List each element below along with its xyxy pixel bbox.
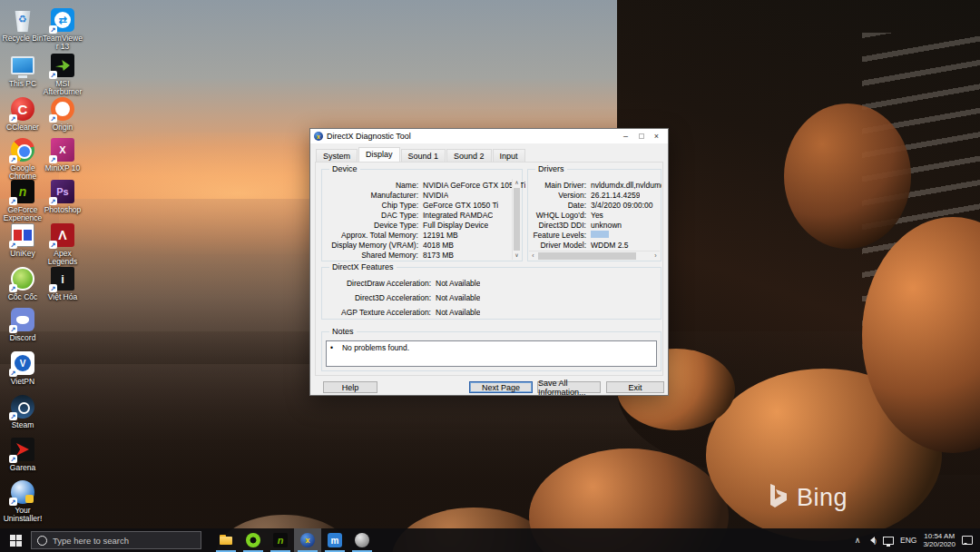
desktop-icon-google-chrome[interactable]: Google Chrome [2, 137, 44, 181]
close-button[interactable]: × [649, 130, 664, 143]
minixp-icon: X [51, 138, 74, 162]
device-row-value: GeForce GTX 1050 Ti [423, 201, 498, 210]
device-vertical-scrollbar[interactable]: ∧∨ [512, 179, 521, 260]
feature-row-label: AGP Texture Acceleration: [324, 308, 431, 317]
desktop-icon-coc-coc[interactable]: Cốc Cốc [2, 266, 44, 301]
device-row-label: Shared Memory: [324, 251, 418, 260]
cortana-search-icon [37, 536, 47, 546]
icon-label: Discord [2, 334, 44, 342]
device-groupbox: Device Name:NVIDIA GeForce GTX 1050 Ti M… [321, 169, 523, 261]
start-button[interactable] [0, 528, 31, 552]
drivers-groupbox: Drivers Main Driver:nvldumdx.dll,nvldumd… [527, 169, 662, 261]
device-row-value: NVIDIA [423, 191, 448, 200]
driver-row-value: Yes [591, 211, 603, 220]
device-row-label: Chip Type: [324, 201, 418, 210]
scroll-right-arrow-icon[interactable]: › [652, 251, 660, 260]
desktop-icon-teamviewer[interactable]: ⇄TeamViewer 13 [42, 7, 83, 51]
scroll-left-arrow-icon[interactable]: ‹ [529, 251, 537, 260]
taskbar-file-explorer[interactable] [212, 528, 240, 552]
network-display-icon[interactable] [883, 537, 894, 545]
tab-input[interactable]: Input [493, 149, 525, 162]
device-row-label: Device Type: [324, 221, 418, 230]
icon-label: MSI Afterburner [42, 80, 83, 96]
desktop-icon-unikey[interactable]: UniKey [2, 222, 44, 258]
chrome-icon [11, 138, 34, 162]
driver-row-value: 26.21.14.4259 [591, 191, 640, 200]
desktop-icon-garena[interactable]: Garena [2, 437, 44, 472]
icon-label: Garena [2, 464, 44, 472]
desktop-icon-vietpn[interactable]: VVietPN [2, 350, 44, 386]
help-button[interactable]: Help [323, 381, 377, 393]
desktop-icon-viet-hoa[interactable]: iViệt Hóa [42, 266, 83, 301]
tab-sound-2[interactable]: Sound 2 [446, 149, 492, 162]
show-hidden-icons-chevron[interactable]: ∧ [855, 536, 861, 545]
driver-row-label: Feature Levels: [530, 231, 586, 240]
tab-display[interactable]: Display [358, 147, 400, 162]
icon-label: Your Uninstaller! [2, 507, 44, 523]
feature-row-label: Direct3D Acceleration: [324, 293, 431, 302]
bing-logo-icon [768, 483, 789, 512]
scrollbar-thumb[interactable] [538, 252, 636, 260]
desktop-icon-your-uninstaller[interactable]: Your Uninstaller! [2, 479, 44, 523]
driver-row-label: Main Driver: [530, 181, 586, 190]
notes-text-area[interactable]: • No problems found. [326, 340, 657, 367]
notes-bullet: • [330, 343, 333, 364]
maximize-button[interactable] [633, 130, 649, 143]
scrollbar-thumb[interactable] [514, 188, 520, 251]
driver-row-label: WHQL Logo'd: [530, 211, 586, 220]
desktop-icon-recycle-bin[interactable]: ♻Recycle Bin [2, 7, 44, 43]
desktop-icon-origin[interactable]: Origin [42, 96, 83, 132]
device-row-label: Approx. Total Memory: [324, 231, 418, 240]
taskbar-blue-m-app[interactable]: m [321, 528, 348, 552]
taskbar-clock[interactable]: 10:54 AM 3/20/2020 [923, 532, 956, 548]
drivers-horizontal-scrollbar[interactable]: ‹› [529, 251, 660, 260]
tray-time: 10:54 AM [923, 532, 956, 540]
desktop-icon-geforce-experience[interactable]: nGeForce Experience [2, 179, 44, 222]
taskbar: n x m ∧ ) ENG 10:54 AM 3/20/2020 [0, 528, 980, 552]
taskbar-medal-app[interactable] [240, 528, 267, 552]
language-indicator[interactable]: ENG [900, 536, 916, 545]
tab-sound-1[interactable]: Sound 1 [401, 149, 446, 162]
drivers-groupbox-title: Drivers [535, 164, 567, 173]
viet-hoa-icon: i [51, 267, 74, 291]
device-row-value: Integrated RAMDAC [423, 211, 493, 220]
desktop-icon-this-pc[interactable]: This PC [2, 53, 44, 88]
desktop-icon-ccleaner[interactable]: CCCleaner [2, 96, 44, 132]
next-page-button[interactable]: Next Page [469, 381, 533, 393]
desktop-icon-apex-legends[interactable]: ΛApex Legends [42, 222, 83, 266]
device-row-label: DAC Type: [324, 211, 418, 220]
taskbar-search-box[interactable] [31, 531, 201, 549]
scroll-up-arrow-icon[interactable]: ∧ [513, 179, 521, 187]
desktop-icon-steam[interactable]: Steam [2, 394, 44, 429]
save-all-information-button[interactable]: Save All Information... [537, 381, 601, 393]
device-row-label: Manufacturer: [324, 191, 418, 200]
device-row-value: Full Display Device [423, 221, 488, 230]
driver-row-value: WDDM 2.5 [591, 241, 629, 250]
desktop-icon-msi-afterburner[interactable]: MSI Afterburner [42, 53, 83, 96]
feature-row-label: DirectDraw Acceleration: [324, 279, 431, 288]
feature-levels-selection [591, 231, 609, 238]
search-input[interactable] [53, 536, 180, 546]
desktop-icon-minixp[interactable]: XMiniXP 10 [42, 137, 83, 172]
exit-button[interactable]: Exit [606, 381, 664, 393]
dxdiag-icon: x [300, 533, 315, 547]
photoshop-icon: Ps [51, 180, 74, 203]
action-center-icon[interactable] [962, 536, 973, 545]
scroll-down-arrow-icon[interactable]: ∨ [513, 251, 521, 260]
teamviewer-icon: ⇄ [51, 8, 74, 32]
icon-label: Steam [2, 421, 44, 429]
minimize-button[interactable]: – [618, 130, 633, 143]
notes-groupbox-title: Notes [329, 327, 357, 336]
desktop-icon-discord[interactable]: Discord [2, 307, 44, 342]
icon-label: Cốc Cốc [2, 293, 44, 301]
apex-legends-icon: Λ [51, 223, 74, 247]
icon-label: Recycle Bin [2, 34, 44, 43]
desktop-icon-photoshop[interactable]: PsPhotoshop [42, 179, 83, 214]
taskbar-nvidia-geforce[interactable]: n [267, 528, 294, 552]
taskbar-gray-round-app[interactable] [348, 528, 376, 552]
taskbar-dxdiag-active[interactable]: x [294, 528, 321, 552]
titlebar[interactable]: x DirectX Diagnostic Tool – × [310, 129, 668, 143]
volume-icon[interactable]: ) [867, 537, 877, 545]
tab-system[interactable]: System [316, 149, 358, 162]
icon-label: TeamViewer 13 [42, 34, 83, 51]
